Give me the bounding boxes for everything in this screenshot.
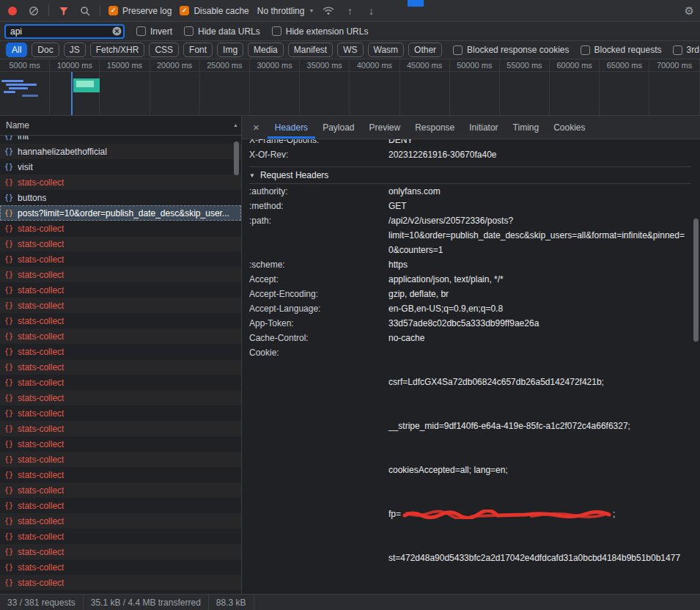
extra-filter-checkbox[interactable]: Blocked response cookies (453, 45, 569, 55)
request-row[interactable]: {} stats-collect (0, 513, 241, 529)
request-row[interactable]: {} stats-collect (0, 267, 241, 282)
request-row[interactable]: {} stats-collect (0, 282, 241, 298)
request-row[interactable]: {} stats-collect (0, 436, 241, 452)
request-row[interactable]: {} stats-collect (0, 221, 241, 236)
type-filter-chip[interactable]: Font (183, 43, 213, 57)
search-button[interactable] (78, 4, 92, 18)
details-scrollbar[interactable] (693, 141, 699, 592)
request-headers-section-toggle[interactable]: ▼ Request Headers (249, 166, 691, 184)
filter-toggle-button[interactable] (57, 4, 70, 18)
transferred-size: 35.1 kB / 4.4 MB transferred (84, 595, 209, 610)
detail-tab[interactable]: Response (408, 116, 462, 139)
type-filter-chip[interactable]: All (6, 43, 27, 57)
record-button[interactable] (6, 4, 19, 18)
timeline-overview[interactable]: 5000 ms 10000 ms 15000 ms 20000 ms 25000… (0, 59, 700, 116)
detail-tab[interactable]: Headers (268, 116, 315, 139)
header-value: gzip, deflate, br (388, 287, 449, 301)
import-har-button[interactable]: ↑ (343, 4, 356, 18)
close-details-icon[interactable]: × (245, 121, 268, 133)
request-row[interactable]: {} stats-collect (0, 559, 241, 575)
header-value: en-GB,en-US;q=0.9,en;q=0.8 (388, 301, 503, 316)
type-filter-chip[interactable]: Media (248, 43, 284, 57)
scrollbar-thumb[interactable] (693, 218, 699, 342)
request-row[interactable]: {} buttons (0, 190, 241, 205)
disable-cache-checkbox[interactable]: ✓ Disable cache (180, 6, 248, 16)
header-row: Accept: application/json, text/plain, */… (249, 272, 691, 287)
request-row[interactable]: {} stats-collect (0, 298, 241, 313)
file-type-icon: {} (4, 441, 13, 448)
type-filter-chip[interactable]: Other (408, 43, 442, 57)
request-row[interactable]: {} stats-collect (0, 313, 241, 328)
extra-filter-checkbox[interactable]: 3rd-party requests (673, 45, 700, 55)
detail-tab[interactable]: Cookies (546, 116, 592, 139)
scroll-up-icon[interactable]: ▲ (233, 122, 238, 128)
request-name: stats-collect (18, 270, 64, 280)
request-row[interactable]: {} stats-collect (0, 498, 241, 513)
type-filter-chip[interactable]: Img (217, 43, 243, 57)
clear-filter-icon[interactable] (112, 26, 122, 36)
type-filter-chip[interactable]: WS (337, 43, 363, 57)
filter-input[interactable] (4, 24, 125, 39)
request-row[interactable]: {} stats-collect (0, 575, 241, 590)
export-har-button[interactable]: ↓ (364, 4, 377, 18)
extra-filter-checkbox[interactable]: Blocked requests (581, 45, 662, 55)
scrollbar-thumb[interactable] (234, 142, 239, 175)
detail-tab[interactable]: Preview (362, 116, 408, 139)
type-filter-chip[interactable]: Doc (32, 43, 59, 57)
throttling-select[interactable]: No throttling ▼ (257, 6, 314, 16)
detail-tab[interactable]: Timing (506, 116, 547, 139)
request-row[interactable]: {} stats-collect (0, 544, 241, 559)
request-name: stats-collect (18, 224, 64, 234)
request-row[interactable]: {} stats-collect (0, 482, 241, 498)
header-row: :authority: onlyfans.com (249, 184, 691, 199)
request-row[interactable]: {} stats-collect (0, 328, 241, 344)
filter-input-wrap (4, 24, 125, 39)
type-filter-chip[interactable]: Fetch/XHR (90, 43, 145, 57)
type-filter-chip[interactable]: JS (64, 43, 86, 57)
detail-tab[interactable]: Initiator (462, 116, 505, 139)
clear-button[interactable] (27, 4, 40, 18)
hide-extension-urls-checkbox[interactable]: Hide extension URLs (272, 26, 369, 37)
request-row[interactable]: {} stats-collect (0, 452, 241, 467)
request-row[interactable]: {} init (0, 136, 241, 144)
name-column-header[interactable]: Name ▲ (0, 116, 241, 136)
triangle-down-icon: ▼ (249, 172, 255, 179)
preserve-log-checkbox[interactable]: ✓ Preserve log (108, 6, 172, 16)
detail-tab[interactable]: Payload (315, 116, 361, 139)
request-row[interactable]: {} stats-collect (0, 251, 241, 267)
request-row[interactable]: {} stats-collect (0, 529, 241, 544)
type-filter-chip[interactable]: Wasm (368, 43, 405, 57)
request-row[interactable]: {} stats-collect (0, 236, 241, 251)
request-row[interactable]: {} stats-collect (0, 344, 241, 359)
header-name: Accept-Encoding: (249, 287, 388, 301)
invert-checkbox[interactable]: Invert (136, 26, 172, 37)
request-name: stats-collect (18, 393, 64, 403)
request-row[interactable]: {} visit (0, 159, 241, 174)
record-icon (8, 7, 17, 15)
file-type-icon: {} (4, 425, 13, 433)
request-row[interactable]: {} stats-collect (0, 174, 241, 190)
request-name: stats-collect (18, 254, 64, 265)
network-conditions-button[interactable] (322, 4, 335, 18)
request-row[interactable]: {} hannahelizabethofficial (0, 144, 241, 159)
request-row[interactable]: {} stats-collect (0, 359, 241, 375)
request-row[interactable]: {} stats-collect (0, 375, 241, 390)
type-filter-chip[interactable]: CSS (149, 43, 179, 57)
hide-data-urls-label: Hide data URLs (198, 26, 260, 37)
request-row[interactable]: {} stats-collect (0, 390, 241, 405)
list-scrollbar[interactable] (233, 137, 240, 592)
request-row[interactable]: {} posts?limit=10&order=publish_date_des… (0, 205, 241, 221)
throttling-value: No throttling (257, 6, 305, 16)
detail-tab-bar: × Headers Payload Preview Response Initi… (242, 116, 700, 139)
type-filter-chip[interactable]: Manifest (288, 43, 333, 57)
waterfall-bar (9, 87, 28, 89)
hide-data-urls-checkbox[interactable]: Hide data URLs (184, 26, 260, 37)
status-bar: 33 / 381 requests 35.1 kB / 4.4 MB trans… (0, 594, 700, 610)
request-row[interactable]: {} stats-collect (0, 405, 241, 421)
cookie-line: st=472d48a90d5433bfc2a2d17042e4dfdcafd31… (388, 551, 680, 565)
settings-gear-icon[interactable]: ⚙ (685, 4, 694, 18)
filter-bar: Invert Hide data URLs Hide extension URL… (0, 22, 700, 41)
request-row[interactable]: {} stats-collect (0, 421, 241, 436)
request-row[interactable]: {} stats-collect (0, 467, 241, 482)
overview-waterfall (0, 59, 700, 115)
